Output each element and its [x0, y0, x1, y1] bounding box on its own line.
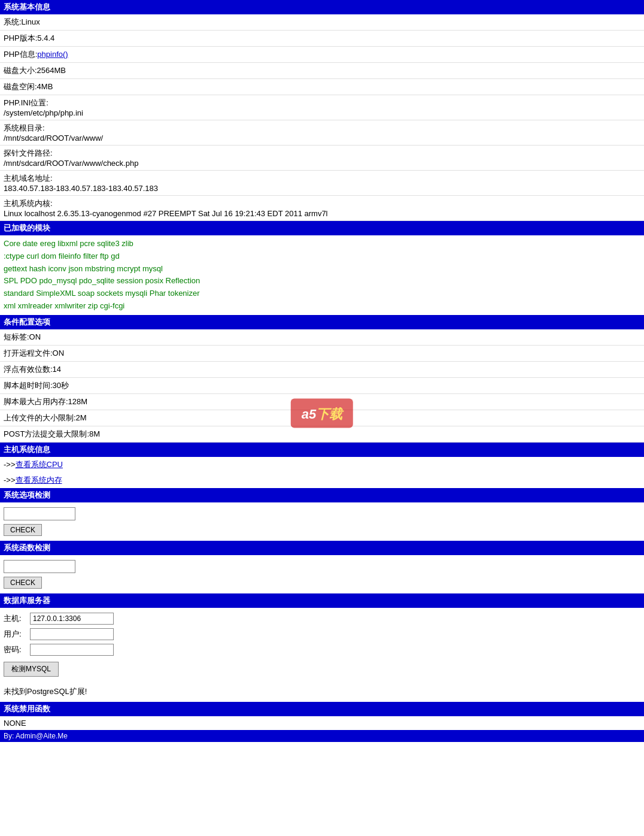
host-info-header: 主机系统信息: [0, 443, 644, 457]
float-digits-row: 浮点有效位数:14: [0, 362, 644, 378]
check-options-section: CHECK: [0, 502, 644, 541]
mysql-button-row: 检测MYSQL: [4, 659, 640, 677]
doc-root-path: /mnt/sdcard/ROOT/var/www/: [4, 134, 640, 143]
mem-arrow: ->>: [4, 475, 16, 484]
upload-size-row: 上传文件的大小限制:2M: [0, 410, 644, 426]
modules-line1: Core date ereg libxml pcre sqlite3 zlib: [4, 238, 640, 250]
kernel-row: 主机系统内核: Linux localhost 2.6.35.13-cyanog…: [0, 196, 644, 221]
doc-root-label: 系统根目录:: [4, 123, 640, 134]
modules-line2: :ctype curl dom fileinfo filter ftp gd: [4, 250, 640, 263]
disk-free-row: 磁盘空闲:4MB: [0, 79, 644, 95]
mem-link-row: ->>查看系统内存: [0, 472, 644, 488]
db-user-row: 用户:: [4, 628, 640, 640]
os-row: 系统:Linux: [0, 14, 644, 31]
php-info-label: PHP信息:: [4, 50, 37, 59]
doc-root-row: 系统根目录: /mnt/sdcard/ROOT/var/www/: [0, 120, 644, 146]
remote-file-row: 打开远程文件:ON: [0, 346, 644, 362]
modules-line6: xml xmlreader xmlwriter zip cgi-fcgi: [4, 300, 640, 313]
check-options-button[interactable]: CHECK: [4, 524, 42, 536]
config-header: 条件配置选项: [0, 315, 644, 329]
database-section: 主机: 用户: 密码: 检测MYSQL 未找到PostgreSQL扩展!: [0, 608, 644, 702]
host-row: 主机域名地址: 183.40.57.183-183.40.57.183-183.…: [0, 171, 644, 196]
memory-row: 脚本最大占用内存:128M: [0, 394, 644, 410]
disabled-functions-value: NONE: [0, 716, 644, 730]
disk-size-row: 磁盘大小:2564MB: [0, 63, 644, 79]
script-path-label: 探针文件路径:: [4, 148, 640, 159]
mem-link[interactable]: 查看系统内存: [16, 475, 62, 484]
check-functions-input[interactable]: [4, 560, 75, 573]
script-path-value: /mnt/sdcard/ROOT/var/www/check.php: [4, 159, 640, 168]
php-info-row: PHP信息:phpinfo(): [0, 47, 644, 63]
modules-block: Core date ereg libxml pcre sqlite3 zlib …: [0, 235, 644, 315]
pg-message: 未找到PostgreSQL扩展!: [4, 686, 640, 697]
php-ini-label: PHP.INI位置:: [4, 98, 640, 108]
check-functions-button[interactable]: CHECK: [4, 577, 42, 589]
database-header: 数据库服务器: [0, 593, 644, 608]
cpu-link-row: ->>查看系统CPU: [0, 457, 644, 472]
system-header: 系统基本信息: [0, 0, 644, 14]
db-user-label: 用户:: [4, 629, 28, 640]
script-path-row: 探针文件路径: /mnt/sdcard/ROOT/var/www/check.p…: [0, 146, 644, 171]
cpu-link[interactable]: 查看系统CPU: [16, 460, 63, 469]
modules-line5: standard SimpleXML soap sockets mysqli P…: [4, 287, 640, 300]
php-ini-row: PHP.INI位置: /system/etc/php/php.ini: [0, 95, 644, 120]
phpinfo-link[interactable]: phpinfo(): [37, 50, 68, 59]
modules-header: 已加载的模块: [0, 221, 644, 235]
db-user-input[interactable]: [30, 628, 114, 640]
modules-line4: SPL PDO pdo_mysql pdo_sqlite session pos…: [4, 275, 640, 287]
check-functions-header: 系统函数检测: [0, 541, 644, 555]
disabled-functions-header: 系统禁用函数: [0, 702, 644, 716]
db-pass-label: 密码:: [4, 644, 28, 655]
db-host-row: 主机:: [4, 613, 640, 625]
php-version-row: PHP版本:5.4.4: [0, 31, 644, 47]
db-host-input[interactable]: [30, 613, 114, 625]
timeout-row: 脚本超时时间:30秒: [0, 378, 644, 394]
db-pass-input[interactable]: [30, 644, 114, 656]
php-ini-path: /system/etc/php/php.ini: [4, 108, 640, 117]
db-pass-row: 密码:: [4, 644, 640, 656]
kernel-value: Linux localhost 2.6.35.13-cyanogenmod #2…: [4, 209, 640, 218]
db-host-label: 主机:: [4, 613, 28, 624]
post-size-row: POST方法提交最大限制:8M: [0, 426, 644, 443]
footer-bar: By: Admin@Aite.Me: [0, 730, 644, 742]
short-tag-row: 短标签:ON: [0, 329, 644, 346]
check-options-header: 系统选项检测: [0, 488, 644, 502]
check-options-input[interactable]: [4, 507, 75, 520]
mysql-check-button[interactable]: 检测MYSQL: [4, 662, 59, 677]
host-label: 主机域名地址:: [4, 173, 640, 184]
modules-line3: gettext hash iconv json mbstring mcrypt …: [4, 263, 640, 275]
host-value: 183.40.57.183-183.40.57.183-183.40.57.18…: [4, 184, 640, 193]
check-functions-section: CHECK: [0, 555, 644, 593]
cpu-arrow: ->>: [4, 460, 16, 469]
kernel-label: 主机系统内核:: [4, 198, 640, 209]
